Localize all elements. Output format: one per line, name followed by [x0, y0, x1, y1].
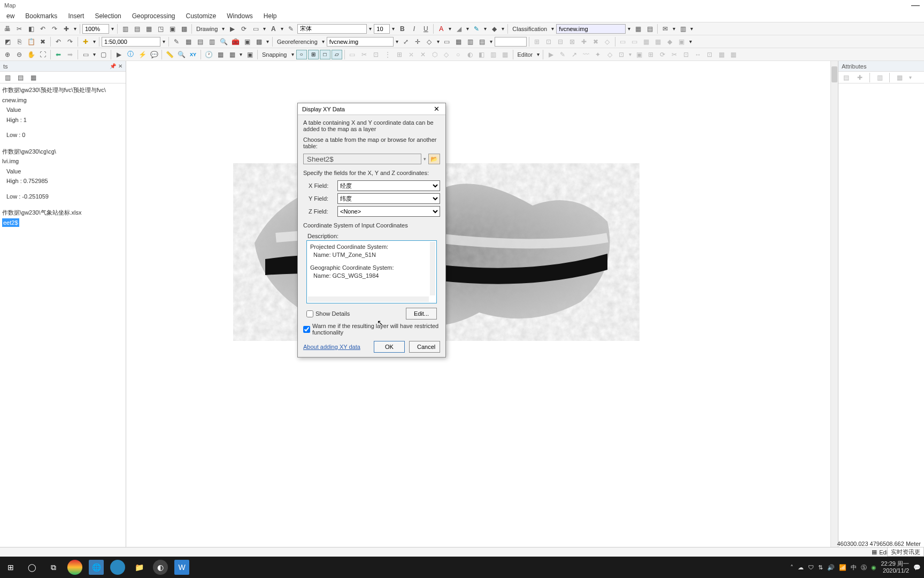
delete-icon[interactable]: ✖ [37, 36, 48, 47]
undo-icon[interactable]: ↶ [37, 24, 48, 34]
menu-selection[interactable]: Selection [89, 11, 126, 22]
geo-value-input[interactable] [495, 37, 527, 47]
drawing-dropdown-icon[interactable]: ▾ [221, 26, 226, 32]
ed14-icon[interactable]: ⊡ [704, 49, 715, 60]
select-arrow-icon[interactable]: ▶ [227, 24, 237, 34]
notification-icon[interactable]: 💬 [913, 564, 921, 571]
model-icon[interactable]: ▩ [253, 36, 264, 47]
attr-tool1-icon[interactable]: ▤ [841, 72, 851, 83]
bold-icon[interactable]: B [397, 24, 407, 34]
tool-f-icon[interactable]: ▩ [179, 24, 189, 34]
next-extent-icon[interactable]: ➡ [65, 49, 75, 60]
geo-tool6-icon[interactable]: ▥ [465, 36, 476, 47]
start-button[interactable]: ⊞ [3, 560, 18, 575]
cancel-button[interactable]: Cancel [409, 341, 440, 353]
ed13-icon[interactable]: ↔ [692, 49, 703, 60]
italic-icon[interactable]: I [409, 24, 419, 34]
menu-customize[interactable]: Customize [180, 11, 221, 22]
line-color-icon[interactable]: ✎ [471, 24, 482, 34]
pan-icon[interactable]: ✋ [26, 49, 36, 60]
y-field-select[interactable]: 纬度 [337, 193, 440, 204]
snap-edge-icon[interactable]: ▱ [332, 50, 342, 59]
explorer-icon[interactable]: 📁 [132, 560, 147, 575]
et7-icon[interactable]: ✕ [418, 49, 428, 60]
cls-tool3-icon[interactable]: ✉ [660, 24, 671, 34]
time-slider-icon[interactable]: 🕐 [203, 49, 214, 60]
tool-e-icon[interactable]: ▣ [167, 24, 178, 34]
et2-icon[interactable]: ✂ [359, 49, 369, 60]
toc-path3[interactable]: 作数据\gw230\气象站坐标.xlsx [2, 208, 124, 217]
menu-geoprocessing[interactable]: Geoprocessing [127, 11, 181, 22]
menu-insert[interactable]: Insert [63, 11, 89, 22]
gt5-icon[interactable]: ✚ [579, 36, 589, 47]
add-data-icon[interactable]: ✚ [80, 36, 91, 47]
z-field-select[interactable]: <None> [337, 206, 440, 217]
clear-selection-icon[interactable]: ▢ [98, 49, 109, 60]
edit-button[interactable]: Edit... [406, 308, 437, 320]
editor-label[interactable]: Editor [515, 51, 535, 58]
geo-tool5-icon[interactable]: ▦ [453, 36, 464, 47]
gt13-icon[interactable]: ▣ [676, 36, 687, 47]
toc-layer1[interactable]: cnew.img [2, 96, 124, 105]
edit-text-icon[interactable]: ✎ [286, 24, 296, 34]
et6-icon[interactable]: ⤫ [406, 49, 417, 60]
et8-icon[interactable]: ⬡ [429, 49, 440, 60]
gt3-icon[interactable]: ⊟ [555, 36, 566, 47]
tray-shield-icon[interactable]: 🛡 [808, 564, 814, 571]
system-tray[interactable]: ˄ ☁ 🛡 ⇅ 🔊 📶 中 Ⓢ ◉ 22:29 周一 2020/11/2 💬 [790, 560, 921, 574]
select-features-icon[interactable]: ▭ [80, 49, 91, 60]
cls-tool2-icon[interactable]: ▤ [644, 24, 655, 34]
show-details-checkbox[interactable]: Show Details [306, 310, 350, 317]
ed12-icon[interactable]: ⊡ [681, 49, 691, 60]
marker-color-icon[interactable]: ◆ [489, 24, 499, 34]
tool-a-icon[interactable]: ▥ [120, 24, 130, 34]
app2-icon[interactable]: ◐ [153, 560, 168, 575]
snap-point-icon[interactable]: ○ [296, 50, 307, 59]
ed9-icon[interactable]: ⊞ [645, 49, 656, 60]
list-by-drawing-icon[interactable]: ▥ [2, 72, 13, 83]
xy-icon[interactable]: XY [188, 49, 198, 60]
plus-icon[interactable]: ✚ [61, 24, 72, 34]
list-by-visibility-icon[interactable]: ▦ [28, 72, 38, 83]
catalog-icon[interactable]: ▥ [206, 36, 217, 47]
ed7-icon[interactable]: ⊡ [616, 49, 627, 60]
zoom-dropdown-icon[interactable]: ▾ [110, 26, 115, 32]
gt12-icon[interactable]: ◆ [665, 36, 675, 47]
browse-button[interactable]: 📂 [428, 154, 440, 164]
table-icon[interactable]: ▦ [183, 36, 194, 47]
html-popup-icon[interactable]: 💬 [149, 49, 159, 60]
t2-icon-1[interactable]: ◩ [2, 36, 13, 47]
menu-windows[interactable]: Windows [221, 11, 258, 22]
full-extent-icon[interactable]: ⛶ [37, 49, 48, 60]
menu-bookmarks[interactable]: Bookmarks [20, 11, 63, 22]
tray-usb-icon[interactable]: ⇅ [818, 564, 823, 571]
font-color-icon[interactable]: A [436, 24, 446, 34]
overview-icon[interactable]: ▣ [244, 49, 255, 60]
copy-icon[interactable]: ⎘ [14, 36, 25, 47]
ed10-icon[interactable]: ⟳ [657, 49, 668, 60]
tray-wifi-icon[interactable]: 📶 [839, 564, 846, 571]
georef-layer-input[interactable] [327, 37, 394, 47]
table-select[interactable] [303, 154, 421, 164]
ed15-icon[interactable]: ▦ [716, 49, 727, 60]
text-icon[interactable]: A [268, 24, 279, 34]
tray-s-icon[interactable]: Ⓢ [861, 564, 867, 572]
geo-tool3-icon[interactable]: ◇ [424, 36, 435, 47]
gt6-icon[interactable]: ✖ [590, 36, 601, 47]
undo2-icon[interactable]: ↶ [53, 36, 64, 47]
rotate-icon[interactable]: ⟳ [238, 24, 249, 34]
ed2-icon[interactable]: ✎ [557, 49, 568, 60]
zoom-input[interactable] [82, 24, 109, 34]
python-icon[interactable]: ▣ [242, 36, 252, 47]
minimize-button[interactable]: — [911, 1, 920, 10]
et4-icon[interactable]: ⋮ [382, 49, 393, 60]
find-icon[interactable]: 🔍 [176, 49, 187, 60]
paste-icon[interactable]: 📋 [26, 36, 36, 47]
fill-color-icon[interactable]: ◢ [453, 24, 464, 34]
gt7-icon[interactable]: ◇ [602, 36, 613, 47]
toc-sheet-selected[interactable]: eet2$ [2, 218, 19, 227]
geo-tool1-icon[interactable]: ⤢ [401, 36, 411, 47]
editor-toolbar-icon[interactable]: ✎ [171, 36, 182, 47]
cls-tool1-icon[interactable]: ▦ [633, 24, 643, 34]
table-dropdown-icon[interactable]: ▾ [424, 156, 426, 162]
